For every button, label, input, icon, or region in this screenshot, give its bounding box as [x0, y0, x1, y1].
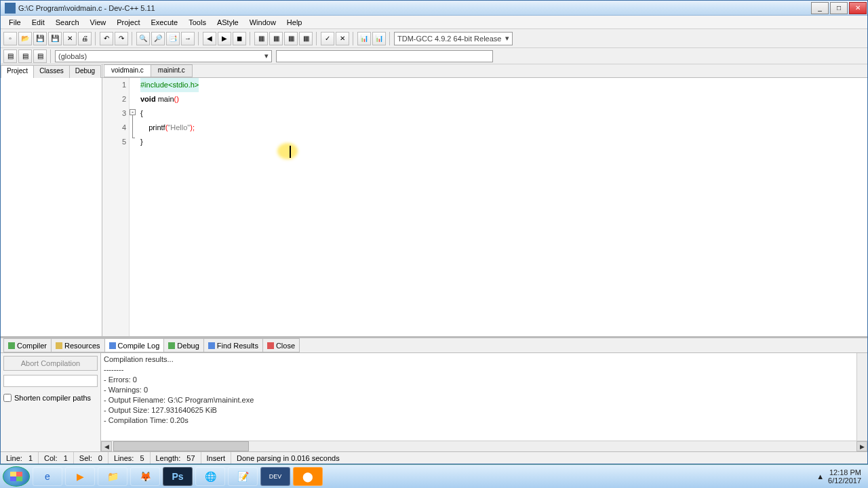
scroll-thumb[interactable] — [113, 441, 249, 451]
code-editor[interactable]: 1 2 3 4 5 - #include<stdio.h> void main(… — [102, 78, 867, 336]
print-icon[interactable]: 🖨 — [78, 32, 92, 45]
menu-file[interactable]: File — [3, 17, 26, 28]
tab-debug[interactable]: Debug — [69, 65, 101, 78]
shorten-paths-row[interactable]: Shorten compiler paths — [3, 394, 98, 402]
log-hscrollbar[interactable]: ◀ ▶ — [101, 441, 867, 451]
new-var-icon[interactable]: ▤ — [33, 49, 47, 63]
tab-project[interactable]: Project — [1, 65, 34, 78]
editor-tab-voidmain[interactable]: voidmain.c — [104, 64, 151, 77]
save-all-icon[interactable]: 💾 — [48, 32, 62, 45]
line-number: 5 — [102, 135, 126, 149]
delete-profile-icon[interactable]: 📊 — [372, 32, 386, 45]
new-func-icon[interactable]: ▤ — [18, 49, 32, 63]
tab-classes[interactable]: Classes — [33, 65, 70, 78]
menu-astyle[interactable]: AStyle — [212, 17, 244, 28]
menu-search[interactable]: Search — [50, 17, 85, 28]
compiler-tab-icon — [8, 342, 15, 349]
close-file-icon[interactable]: ✕ — [63, 32, 77, 45]
code-token: ); — [190, 123, 195, 131]
new-class-icon[interactable]: ▤ — [3, 49, 17, 63]
profile-icon[interactable]: 📊 — [357, 32, 371, 45]
undo-icon[interactable]: ↶ — [100, 32, 113, 45]
code-token: <stdio.h> — [168, 81, 199, 89]
tab-close[interactable]: Close — [262, 338, 300, 352]
project-tree[interactable] — [1, 78, 102, 336]
fold-toggle-icon[interactable]: - — [130, 109, 136, 115]
editor-tab-mainint[interactable]: mainint.c — [151, 64, 193, 77]
minimize-button[interactable]: _ — [811, 2, 829, 14]
taskbar-clock[interactable]: 12:18 PM 6/12/2017 — [828, 468, 861, 485]
stop-icon[interactable]: ✕ — [336, 32, 349, 45]
taskbar-wmp-icon[interactable]: ▶ — [65, 467, 95, 486]
open-file-icon[interactable]: 📂 — [18, 32, 32, 45]
find-in-files-icon[interactable]: 📑 — [166, 32, 180, 45]
tab-resources[interactable]: Resources — [51, 338, 105, 352]
tab-compile-log[interactable]: Compile Log — [104, 338, 165, 352]
scope-select[interactable]: (globals) ▾ — [55, 50, 272, 62]
find-icon[interactable]: 🔍 — [136, 32, 150, 45]
taskbar-notepad-icon[interactable]: 📝 — [228, 467, 258, 486]
scroll-right-icon[interactable]: ▶ — [856, 441, 867, 451]
taskbar-photoshop-icon[interactable]: Ps — [163, 467, 193, 486]
tray-flag-icon[interactable]: ▲ — [816, 472, 824, 481]
menu-view[interactable]: View — [85, 17, 112, 28]
log-vscrollbar[interactable] — [856, 353, 867, 441]
menu-help[interactable]: Help — [281, 17, 308, 28]
debug-icon[interactable]: ✓ — [321, 32, 334, 45]
goto-icon[interactable]: → — [181, 32, 195, 45]
line-number: 3 — [102, 106, 126, 121]
log-line: - Compilation Time: 0.20s — [104, 415, 865, 426]
editor-tabs: voidmain.c mainint.c — [102, 64, 867, 78]
fold-line-icon — [132, 115, 133, 134]
code-token: main — [156, 95, 174, 103]
compile-icon[interactable]: ▦ — [254, 32, 268, 45]
compiler-select[interactable]: TDM-GCC 4.9.2 64-bit Release ▾ — [394, 32, 513, 45]
menu-edit[interactable]: Edit — [26, 17, 50, 28]
new-file-icon[interactable]: ▫ — [3, 32, 17, 45]
forward-icon[interactable]: ▶ — [218, 32, 231, 45]
bookmark-icon[interactable]: ◼ — [233, 32, 246, 45]
shorten-paths-checkbox[interactable] — [3, 394, 12, 402]
separator-icon — [132, 32, 133, 45]
taskbar-explorer-icon[interactable]: 📁 — [98, 467, 127, 486]
code-token: () — [174, 95, 179, 103]
tab-label: Resources — [64, 342, 100, 350]
bottom-panel: Compiler Resources Compile Log Debug Fin… — [1, 336, 867, 451]
compile-progress — [3, 375, 98, 387]
chevron-down-icon: ▾ — [264, 52, 269, 60]
windows-taskbar: e ▶ 📁 🦊 Ps 🌐 📝 DEV ⬤ ▲ 12:18 PM 6/12/201… — [0, 464, 868, 488]
compile-log[interactable]: Compilation results... -------- - Errors… — [101, 353, 867, 451]
menu-window[interactable]: Window — [244, 17, 281, 28]
run-icon[interactable]: ▦ — [269, 32, 283, 45]
toolbar-class: ▤ ▤ ▤ (globals) ▾ — [1, 48, 867, 64]
save-icon[interactable]: 💾 — [33, 32, 47, 45]
tab-debug-bottom[interactable]: Debug — [163, 338, 203, 352]
scroll-left-icon[interactable]: ◀ — [101, 441, 112, 451]
system-tray[interactable]: ▲ 12:18 PM 6/12/2017 — [816, 468, 865, 485]
rebuild-icon[interactable]: ▦ — [299, 32, 313, 45]
compile-run-icon[interactable]: ▦ — [284, 32, 298, 45]
tab-compiler[interactable]: Compiler — [3, 338, 52, 352]
replace-icon[interactable]: 🔎 — [151, 32, 165, 45]
menu-execute[interactable]: Execute — [145, 17, 183, 28]
taskbar-chrome-icon[interactable]: 🌐 — [195, 467, 225, 486]
taskbar-devcpp-icon[interactable]: DEV — [260, 467, 290, 486]
redo-icon[interactable]: ↷ — [115, 32, 128, 45]
abort-compilation-button[interactable]: Abort Compilation — [3, 356, 98, 371]
menu-tools[interactable]: Tools — [183, 17, 212, 28]
code-token: { — [140, 109, 143, 117]
app-icon — [5, 3, 16, 14]
menu-project[interactable]: Project — [111, 17, 145, 28]
maximize-button[interactable]: □ — [830, 2, 848, 14]
taskbar-firefox-icon[interactable]: 🦊 — [130, 467, 160, 486]
back-icon[interactable]: ◀ — [203, 32, 216, 45]
function-select[interactable] — [276, 50, 493, 62]
statusbar: Line: 1 Col: 1 Sel: 0 Lines: 5 Length: 5… — [1, 451, 867, 464]
code-content: #include<stdio.h> void main() { printf("… — [130, 78, 199, 336]
taskbar-ie-icon[interactable]: e — [33, 467, 62, 486]
tab-find-results[interactable]: Find Results — [203, 338, 263, 352]
status-col: Col: 1 — [39, 452, 74, 464]
close-button[interactable]: ✕ — [849, 2, 867, 14]
start-button[interactable] — [3, 466, 30, 487]
taskbar-recorder-icon[interactable]: ⬤ — [293, 467, 323, 486]
